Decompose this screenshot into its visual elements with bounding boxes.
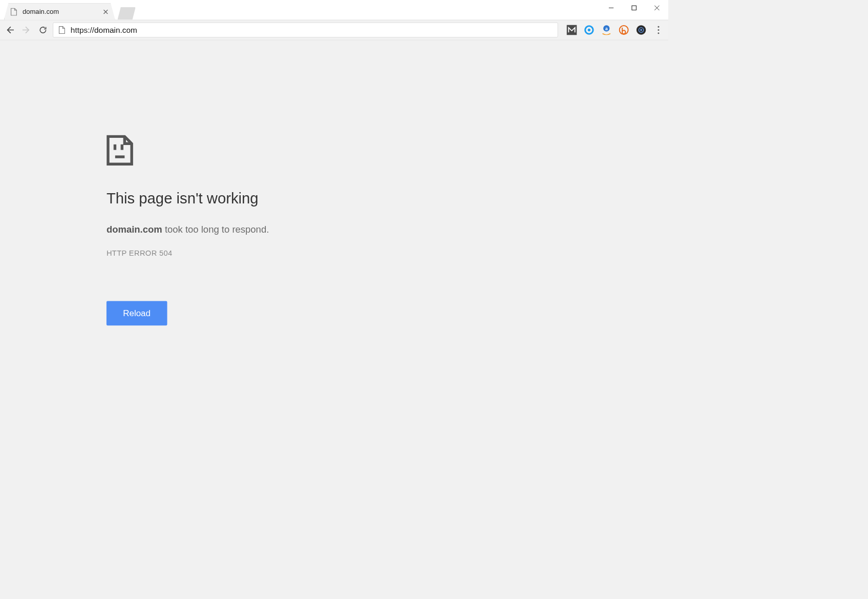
url-protocol: https:// bbox=[71, 26, 94, 34]
svg-point-16 bbox=[640, 29, 642, 31]
reload-nav-button[interactable] bbox=[36, 23, 50, 36]
window-close-button[interactable] bbox=[645, 0, 668, 16]
extension-ring-icon[interactable] bbox=[584, 25, 594, 35]
url-text: https://domain.com bbox=[71, 26, 137, 35]
svg-rect-17 bbox=[114, 144, 116, 150]
browser-menu-button[interactable] bbox=[652, 26, 664, 34]
extension-amazon-icon[interactable]: a bbox=[601, 25, 611, 35]
new-tab-button[interactable] bbox=[117, 7, 135, 20]
tab-strip: domain.com bbox=[0, 0, 668, 20]
tab-title: domain.com bbox=[23, 8, 97, 15]
svg-point-10 bbox=[588, 29, 590, 31]
extension-camera-icon[interactable] bbox=[636, 25, 646, 35]
address-bar[interactable]: https://domain.com bbox=[53, 23, 558, 37]
forward-button[interactable] bbox=[20, 23, 33, 36]
site-info-icon[interactable] bbox=[58, 26, 66, 34]
browser-toolbar: https://domain.com a bbox=[0, 20, 668, 40]
error-container: This page isn't working domain.com took … bbox=[107, 135, 406, 325]
svg-rect-18 bbox=[121, 144, 123, 150]
error-domain: domain.com bbox=[107, 224, 162, 235]
extension-mega-icon[interactable] bbox=[566, 25, 577, 35]
svg-text:a: a bbox=[605, 26, 608, 31]
sad-page-icon bbox=[107, 135, 133, 166]
svg-rect-19 bbox=[115, 155, 124, 158]
page-content: This page isn't working domain.com took … bbox=[0, 40, 668, 462]
window-minimize-button[interactable] bbox=[600, 0, 623, 16]
page-icon bbox=[10, 8, 17, 15]
error-message: domain.com took too long to respond. bbox=[107, 224, 406, 235]
window-controls bbox=[600, 0, 668, 16]
browser-tab[interactable]: domain.com bbox=[4, 3, 115, 19]
reload-button[interactable]: Reload bbox=[107, 301, 167, 326]
back-button[interactable] bbox=[3, 23, 16, 36]
svg-rect-1 bbox=[632, 6, 636, 10]
tab-close-button[interactable] bbox=[102, 8, 109, 15]
window-maximize-button[interactable] bbox=[623, 0, 646, 16]
error-message-tail: took too long to respond. bbox=[162, 224, 269, 235]
extension-bitly-icon[interactable] bbox=[619, 25, 629, 35]
url-host: domain.com bbox=[94, 26, 137, 34]
error-code: HTTP ERROR 504 bbox=[107, 249, 406, 258]
extensions-bar: a bbox=[566, 25, 646, 35]
error-title: This page isn't working bbox=[107, 190, 406, 207]
